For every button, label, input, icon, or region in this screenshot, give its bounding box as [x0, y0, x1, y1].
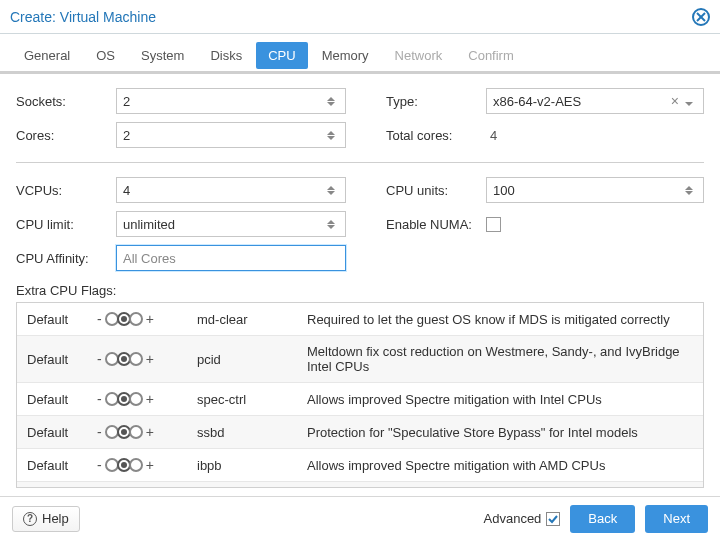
spinner-arrows-icon[interactable] [685, 178, 699, 202]
table-row: Default-+spec-ctrlAllows improved Spectr… [17, 383, 703, 416]
flag-name: pcid [197, 352, 307, 367]
plus-icon: + [146, 311, 154, 327]
flag-on[interactable] [129, 425, 143, 439]
dialog-title: Create: Virtual Machine [10, 9, 692, 25]
vm-create-dialog: Create: Virtual Machine General OS Syste… [0, 0, 720, 540]
type-clear-icon[interactable]: × [671, 93, 679, 109]
table-row: Default-+ibpbAllows improved Spectre mit… [17, 449, 703, 482]
vcpus-label: VCPUs: [16, 183, 116, 198]
vcpus-input[interactable]: 4 [116, 177, 346, 203]
flag-on[interactable] [129, 458, 143, 472]
flag-on[interactable] [129, 352, 143, 366]
plus-icon: + [146, 391, 154, 407]
minus-icon: - [97, 457, 102, 473]
plus-icon: + [146, 457, 154, 473]
cpuunits-value: 100 [493, 183, 515, 198]
help-button[interactable]: ? Help [12, 506, 80, 532]
spinner-arrows-icon[interactable] [327, 89, 341, 113]
extra-flags-scroll[interactable]: Default-+md-clearRequired to let the gue… [17, 303, 703, 487]
advanced-label: Advanced [484, 511, 542, 526]
close-button[interactable] [692, 8, 710, 26]
type-value: x86-64-v2-AES [493, 94, 581, 109]
tab-os[interactable]: OS [84, 42, 127, 69]
tab-general[interactable]: General [12, 42, 82, 69]
extra-flags-label: Extra CPU Flags: [16, 283, 704, 298]
flag-tristate[interactable]: -+ [97, 391, 197, 407]
flag-state: Default [27, 352, 97, 367]
flag-tristate[interactable]: -+ [97, 424, 197, 440]
flag-desc: Required to let the guest OS know if MDS… [307, 312, 693, 327]
cpuunits-label: CPU units: [386, 183, 486, 198]
table-row: Default-+virt-ssbdBasis for "Speculative… [17, 482, 703, 487]
table-row: Default-+ssbdProtection for "Speculative… [17, 416, 703, 449]
type-label: Type: [386, 94, 486, 109]
check-icon [548, 514, 558, 524]
cpu-top-grid: Sockets: 2 Type: x86-64-v2-AES × Cores: … [16, 88, 704, 148]
dialog-footer: ? Help Advanced Back Next [0, 496, 720, 540]
cpuunits-input[interactable]: 100 [486, 177, 704, 203]
spinner-arrows-icon[interactable] [327, 212, 341, 236]
spinner-arrows-icon[interactable] [327, 178, 341, 202]
flag-state: Default [27, 425, 97, 440]
tab-memory[interactable]: Memory [310, 42, 381, 69]
plus-icon: + [146, 351, 154, 367]
vcpus-value: 4 [123, 183, 130, 198]
totalcores-label: Total cores: [386, 128, 486, 143]
flag-state: Default [27, 312, 97, 327]
sockets-input[interactable]: 2 [116, 88, 346, 114]
section-divider [16, 162, 704, 163]
affinity-input[interactable]: All Cores [116, 245, 346, 271]
cpu-adv-grid: VCPUs: 4 CPU units: 100 CPU limit: unlim… [16, 177, 704, 271]
close-icon [696, 12, 706, 22]
cpulimit-input[interactable]: unlimited [116, 211, 346, 237]
affinity-label: CPU Affinity: [16, 251, 116, 266]
minus-icon: - [97, 424, 102, 440]
flag-on[interactable] [129, 312, 143, 326]
cpulimit-value: unlimited [123, 217, 175, 232]
type-combo[interactable]: x86-64-v2-AES × [486, 88, 704, 114]
tab-system[interactable]: System [129, 42, 196, 69]
help-label: Help [42, 511, 69, 526]
numa-label: Enable NUMA: [386, 217, 486, 232]
advanced-toggle[interactable]: Advanced [484, 511, 561, 526]
tab-confirm: Confirm [456, 42, 526, 69]
flag-state: Default [27, 458, 97, 473]
cores-input[interactable]: 2 [116, 122, 346, 148]
flag-desc: Allows improved Spectre mitigation with … [307, 392, 693, 407]
sockets-value: 2 [123, 94, 130, 109]
wizard-tabs: General OS System Disks CPU Memory Netwo… [0, 34, 720, 74]
tab-network: Network [383, 42, 455, 69]
flag-name: ibpb [197, 458, 307, 473]
cores-value: 2 [123, 128, 130, 143]
flag-desc: Protection for "Speculative Store Bypass… [307, 425, 693, 440]
tab-cpu[interactable]: CPU [256, 42, 307, 69]
next-button[interactable]: Next [645, 505, 708, 533]
tab-disks[interactable]: Disks [198, 42, 254, 69]
totalcores-value: 4 [486, 128, 704, 143]
flag-tristate[interactable]: -+ [97, 311, 197, 327]
flag-desc: Allows improved Spectre mitigation with … [307, 458, 693, 473]
help-icon: ? [23, 512, 37, 526]
flag-tristate[interactable]: -+ [97, 457, 197, 473]
minus-icon: - [97, 391, 102, 407]
table-row: Default-+md-clearRequired to let the gue… [17, 303, 703, 336]
affinity-value: All Cores [123, 251, 176, 266]
flag-desc: Meltdown fix cost reduction on Westmere,… [307, 344, 693, 374]
minus-icon: - [97, 311, 102, 327]
back-button[interactable]: Back [570, 505, 635, 533]
flag-tristate[interactable]: -+ [97, 351, 197, 367]
flag-name: spec-ctrl [197, 392, 307, 407]
flag-name: md-clear [197, 312, 307, 327]
advanced-checkbox[interactable] [546, 512, 560, 526]
titlebar: Create: Virtual Machine [0, 0, 720, 34]
sockets-label: Sockets: [16, 94, 116, 109]
cpulimit-label: CPU limit: [16, 217, 116, 232]
chevron-down-icon[interactable] [685, 89, 699, 113]
flag-state: Default [27, 392, 97, 407]
plus-icon: + [146, 424, 154, 440]
table-row: Default-+pcidMeltdown fix cost reduction… [17, 336, 703, 383]
flag-on[interactable] [129, 392, 143, 406]
spinner-arrows-icon[interactable] [327, 123, 341, 147]
numa-checkbox[interactable] [486, 217, 501, 232]
flag-name: ssbd [197, 425, 307, 440]
